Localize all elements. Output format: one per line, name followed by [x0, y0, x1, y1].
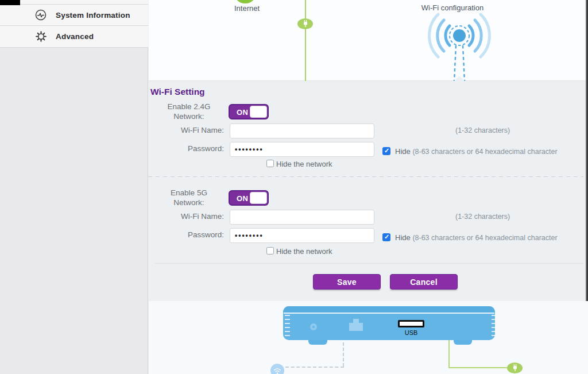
window-right-edge [586, 0, 588, 301]
sidebar-item-advanced[interactable]: Advanced [0, 25, 148, 47]
cancel-button[interactable]: Cancel [390, 274, 458, 290]
power-line-vertical [448, 340, 450, 368]
wifi-name-input[interactable] [230, 124, 374, 138]
connection-line [305, 0, 306, 81]
password-input[interactable] [230, 142, 374, 157]
gear-icon [34, 30, 47, 43]
hide-password-checkbox[interactable] [382, 233, 390, 241]
toggle-state-label: ON [237, 194, 249, 203]
usb-port [398, 320, 424, 327]
section-5g: Enable 5G Network: ON Wi-Fi Name: (1-32 … [148, 184, 588, 270]
hide-network-label: Hide the network [276, 160, 332, 168]
activity-gauge-icon [34, 9, 47, 21]
power-plug-icon [507, 363, 523, 373]
hide-network-checkbox[interactable] [266, 160, 274, 167]
wifi-name-label: Wi-Fi Name: [148, 126, 224, 134]
toggle-knob [250, 106, 267, 118]
router-foot-left [308, 340, 327, 345]
sidebar-item-system-information[interactable]: System Information [0, 4, 148, 25]
password-label: Password: [148, 144, 224, 153]
page-title: Wi-Fi Setting [150, 87, 205, 97]
enable-network-toggle[interactable]: ON [229, 104, 269, 119]
router-foot-right [454, 340, 472, 345]
section-2-4g: Enable 2.4G Network: ON Wi-Fi Name: (1-3… [148, 98, 588, 184]
sidebar: System Information [0, 0, 148, 374]
wifi-configuration-label: Wi-Fi configuration [395, 3, 510, 12]
overlay-black-bar [0, 0, 20, 5]
sidebar-top-sliver [0, 0, 148, 4]
hide-network-checkbox[interactable] [266, 247, 274, 255]
toggle-state-label: ON [237, 108, 249, 117]
enable-network-label: Enable 5G Network: [155, 188, 223, 207]
wifi-name-input[interactable] [230, 210, 374, 225]
enable-network-toggle[interactable]: ON [229, 190, 269, 206]
password-hint: (8-63 characters or 64 hexadecimal chara… [412, 148, 557, 156]
power-port-icon [310, 323, 317, 330]
power-plug-icon [297, 18, 313, 29]
wifi-name-label: Wi-Fi Name: [148, 212, 224, 221]
toggle-knob [250, 192, 267, 204]
wifi-antenna-icon [413, 13, 505, 83]
buttons-divider [155, 263, 583, 264]
wifi-dashed-line-vertical [343, 342, 344, 367]
router-vent-left [285, 315, 290, 338]
hide-password-label: Hide (8-63 characters or 64 hexadecimal … [395, 233, 558, 242]
section-divider [148, 176, 583, 177]
wifi-name-hint: (1-32 characters) [455, 213, 510, 221]
wifi-name-hint: (1-32 characters) [455, 126, 510, 134]
hide-password-label: Hide (8-63 characters or 64 hexadecimal … [395, 147, 558, 156]
hide-network-label: Hide the network [276, 247, 332, 256]
usb-label: USB [398, 329, 424, 336]
ethernet-port-icon [347, 318, 365, 334]
router-vent-right [492, 315, 497, 338]
sidebar-divider [0, 47, 148, 48]
enable-network-label: Enable 2.4G Network: [155, 102, 223, 121]
sidebar-item-label: Advanced [56, 32, 94, 41]
power-line-horizontal [448, 367, 508, 368]
router-top-edge [283, 306, 495, 313]
wifi-dashed-line-horizontal [285, 367, 344, 368]
wifi-signal-icon [270, 364, 284, 374]
router-admin-screen: System Information [0, 0, 588, 374]
password-input[interactable] [230, 228, 374, 243]
sidebar-item-label: System Information [56, 11, 130, 20]
hide-password-checkbox[interactable] [382, 147, 390, 155]
password-label: Password: [148, 230, 224, 239]
save-button[interactable]: Save [313, 274, 381, 290]
panel-notch [454, 76, 465, 81]
router-seam-line [284, 313, 494, 314]
password-hint: (8-63 characters or 64 hexadecimal chara… [412, 234, 557, 242]
internet-label: Internet [212, 4, 281, 13]
